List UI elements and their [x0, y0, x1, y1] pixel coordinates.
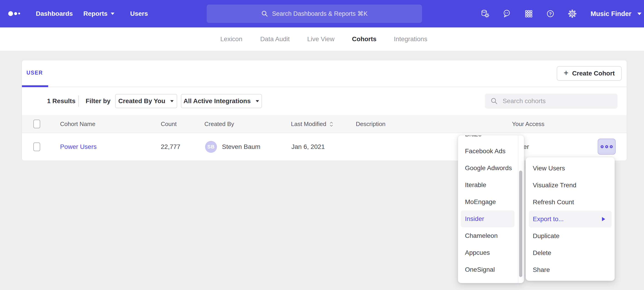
menu-item-duplicate[interactable]: Duplicate [529, 228, 612, 244]
project-name: Music Finder [590, 10, 632, 18]
divider [78, 95, 79, 107]
col-header-created-by: Created By [204, 115, 234, 133]
menu-item-view-users[interactable]: View Users [529, 160, 612, 177]
menu-item-export-to[interactable]: Export to... [529, 211, 612, 228]
nav-item-label: Reports [83, 10, 108, 17]
tab-user-cohorts[interactable]: USER [26, 60, 43, 85]
tab-label: Live View [307, 36, 334, 43]
chevron-down-icon [170, 100, 174, 102]
tab-data-audit[interactable]: Data Audit [260, 28, 290, 51]
create-cohort-label: Create Cohort [572, 70, 615, 77]
chevron-down-icon [111, 13, 114, 15]
nav-item-dashboards[interactable]: Dashboards [36, 0, 73, 28]
cohort-search-input[interactable] [503, 97, 603, 105]
scrollbar[interactable] [519, 171, 522, 277]
tab-integrations[interactable]: Integrations [394, 28, 427, 51]
active-tab-indicator [22, 85, 48, 87]
submenu-arrow-icon [602, 217, 605, 221]
tab-lexicon[interactable]: Lexicon [220, 28, 242, 51]
tab-cohorts[interactable]: Cohorts [352, 28, 376, 51]
cohort-count: 22,777 [161, 133, 180, 161]
col-header-count: Count [161, 115, 176, 133]
table-header: Cohort Name Count Created By Last Modifi… [22, 115, 627, 133]
settings-gear-icon[interactable] [568, 9, 577, 19]
tab-label: Integrations [394, 36, 427, 43]
col-header-description: Description [356, 115, 386, 133]
export-submenu-items: Braze Facebook Ads Google Adwords Iterab… [458, 135, 517, 278]
col-header-label: Last Modified [291, 120, 326, 128]
create-cohort-button[interactable]: + Create Cohort [557, 66, 622, 81]
table-row: Power Users 22,777 SB Steven Baum Jan 6,… [22, 133, 627, 161]
col-header-cohort-name: Cohort Name [60, 115, 96, 133]
menu-item-facebook-ads[interactable]: Facebook Ads [460, 143, 514, 160]
dropdown-value: All Active Integrations [184, 97, 251, 105]
filter-by-label: Filter by [86, 87, 110, 115]
nav-item-reports[interactable]: Reports [83, 0, 114, 28]
select-all-checkbox[interactable] [33, 120, 40, 128]
cohorts-card: USER + Create Cohort 1 Results Filter by… [22, 60, 627, 160]
results-count: 1 Results [47, 87, 76, 115]
row-context-menu: View Users Visualize Trend Refresh Count… [526, 157, 615, 281]
cohort-type-tabs: USER + Create Cohort [22, 60, 627, 87]
menu-item-delete[interactable]: Delete [529, 244, 612, 261]
sort-icon [329, 121, 334, 127]
col-header-last-modified[interactable]: Last Modified [291, 115, 334, 133]
menu-item-share[interactable]: Share [529, 261, 612, 278]
global-search-placeholder: Search Dashboards & Reports ⌘K [272, 10, 368, 17]
dot-icon [605, 145, 608, 148]
dot-icon [600, 145, 604, 148]
menu-item-chameleon[interactable]: Chameleon [460, 227, 514, 244]
project-switcher[interactable]: Music Finder [590, 0, 642, 28]
tab-live-view[interactable]: Live View [307, 28, 334, 51]
menu-item-insider[interactable]: Insider [460, 210, 514, 227]
tab-label: USER [26, 70, 43, 76]
tab-label: Cohorts [352, 36, 376, 43]
nav-item-label: Users [130, 10, 148, 17]
nav-item-users[interactable]: Users [130, 0, 148, 28]
menu-item-braze[interactable]: Braze [460, 135, 514, 143]
help-icon[interactable]: ? [546, 9, 555, 19]
tab-label: Data Audit [260, 36, 290, 43]
menu-item-refresh-count[interactable]: Refresh Count [529, 194, 612, 211]
avatar: SB [205, 141, 217, 153]
dropdown-value: Created By You [118, 97, 165, 105]
cohort-search [485, 94, 618, 109]
data-settings-icon[interactable] [480, 9, 490, 19]
chevron-down-icon [638, 13, 642, 15]
cohort-name-link[interactable]: Power Users [60, 133, 96, 161]
divider [518, 135, 518, 283]
search-icon [261, 10, 268, 17]
search-icon [490, 97, 498, 105]
menu-item-iterable[interactable]: Iterable [460, 177, 514, 194]
last-modified-date: Jan 6, 2021 [292, 133, 325, 161]
apps-grid-icon[interactable] [524, 9, 534, 19]
nav-item-label: Dashboards [36, 10, 73, 17]
filter-bar: 1 Results Filter by Created By You All A… [22, 87, 627, 115]
plus-icon: + [564, 69, 568, 77]
mixpanel-logo-icon[interactable] [8, 0, 24, 28]
feedback-icon[interactable] [502, 9, 512, 19]
section-tabs: Lexicon Data Audit Live View Cohorts Int… [0, 28, 644, 51]
global-search-input[interactable]: Search Dashboards & Reports ⌘K [207, 5, 422, 23]
menu-item-moengage[interactable]: MoEngage [460, 194, 514, 210]
creator-name: Steven Baum [222, 133, 260, 161]
menu-item-onesignal[interactable]: OneSignal [460, 261, 514, 278]
created-by-filter-dropdown[interactable]: Created By You [115, 94, 177, 108]
menu-item-google-adwords[interactable]: Google Adwords [460, 160, 514, 177]
menu-item-label: Export to... [533, 215, 564, 223]
app-root: Dashboards Reports Users Search Dashboar… [0, 0, 644, 290]
integrations-filter-dropdown[interactable]: All Active Integrations [181, 94, 262, 108]
col-header-your-access: Your Access [512, 115, 544, 133]
dot-icon [610, 145, 613, 148]
menu-item-visualize-trend[interactable]: Visualize Trend [529, 177, 612, 194]
tab-label: Lexicon [220, 36, 242, 43]
chevron-down-icon [256, 100, 259, 102]
svg-text:?: ? [549, 12, 552, 16]
row-actions-button[interactable] [598, 138, 616, 155]
menu-item-appcues[interactable]: Appcues [460, 244, 514, 261]
top-nav: Dashboards Reports Users Search Dashboar… [0, 0, 644, 28]
export-submenu: Braze Facebook Ads Google Adwords Iterab… [458, 135, 524, 283]
row-checkbox[interactable] [33, 142, 40, 151]
